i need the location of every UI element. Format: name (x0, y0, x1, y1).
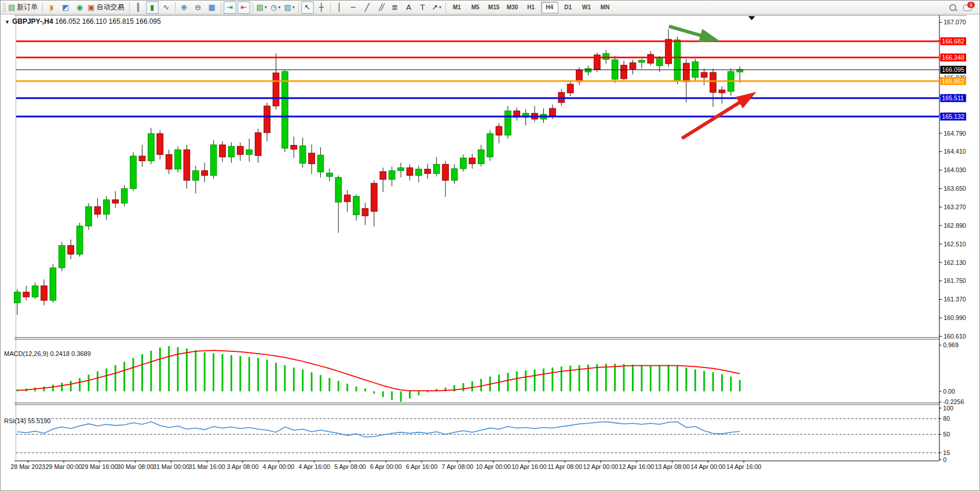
fibo-icon: ≣ (392, 3, 398, 11)
candles-icon: ▮ (150, 3, 154, 11)
macd-tick-label: 0.969 (943, 341, 959, 348)
toolbar-separator (175, 2, 175, 13)
fibonacci-button[interactable]: ≣ (389, 1, 401, 14)
trading-platform-window: ▤新订单◗◩◉▣自动交易║▮∿⊕⊖▦⇥⇤▤◷▧↖┼│─╱╱╱≣AT↗M1M5M1… (0, 0, 980, 491)
vline-icon: │ (337, 3, 342, 11)
zoom-in-icon: ⊕ (181, 3, 187, 11)
svg-text:165.132: 165.132 (942, 113, 964, 120)
toolbar-separator (42, 2, 43, 13)
green-arrow[interactable] (669, 26, 710, 38)
arrows-icon: ↗ (432, 3, 438, 11)
megaphone-button[interactable]: ◗ (45, 1, 58, 14)
cursor-button[interactable]: ↖ (301, 1, 314, 14)
time-tick-label: 12 Apr 16:00 (619, 463, 654, 470)
time-tick-label: 4 Apr 00:00 (263, 463, 295, 470)
periods-button[interactable]: ◷ (269, 1, 282, 14)
toolbar-separator (298, 2, 299, 13)
rsi-tick-label: 50 (943, 431, 950, 438)
collapse-panel-icon[interactable]: ▼ (5, 19, 10, 25)
svg-text:166.348: 166.348 (942, 54, 964, 61)
crosshair-button[interactable]: ┼ (315, 1, 328, 14)
new-chart-icon: ▤ (256, 3, 263, 11)
zoom-in-button[interactable]: ⊕ (178, 1, 191, 14)
price-tick-label: 163.270 (944, 203, 966, 210)
toolbar-separator (129, 2, 130, 13)
rsi-tick-label: 15 (943, 449, 950, 456)
autotrading-icon: ▣ (87, 3, 94, 11)
price-tick-label: 164.030 (944, 166, 966, 173)
quote-high: 166.110 (82, 17, 107, 26)
line-chart-button[interactable]: ∿ (160, 1, 173, 14)
channel-icon: ╱╱ (379, 4, 383, 10)
rsi-tick-label: 80 (943, 415, 950, 422)
new-order-button[interactable]: ▤新订单 (8, 1, 40, 14)
toolbar-separator (330, 2, 331, 13)
price-tick-label: 167.070 (944, 19, 966, 26)
price-tick-label: 160.610 (944, 333, 966, 340)
macd-label: MACD(12,26,9) 0.2418 0.3689 (4, 350, 91, 357)
trendline-button[interactable]: ╱ (361, 1, 374, 14)
candlestick-button[interactable]: ▮ (146, 1, 159, 14)
rsi-pane: 1008050150 (16, 405, 953, 463)
zoom-out-button[interactable]: ⊖ (192, 1, 204, 14)
trendline-icon: ╱ (365, 3, 370, 11)
notifications-icon[interactable]: 1 (963, 3, 972, 11)
chart-shift-marker (748, 16, 755, 20)
tile-icon: ▦ (208, 3, 215, 11)
vertical-line-button[interactable]: │ (333, 1, 346, 14)
time-tick-label: 30 Mar 08:00 (117, 463, 153, 470)
chart-shift-button[interactable]: ⇤ (237, 1, 250, 14)
tile-windows-button[interactable]: ▦ (206, 1, 218, 14)
search-icon[interactable] (949, 4, 956, 11)
text-label-button[interactable]: T (416, 1, 429, 14)
price-tick-label: 163.650 (944, 185, 966, 192)
timeframe-h4[interactable]: H4 (541, 2, 558, 13)
timeframe-m5[interactable]: M5 (467, 2, 484, 13)
time-tick-label: 14 Apr 00:00 (690, 463, 726, 470)
bar-chart-button[interactable]: ║ (132, 1, 145, 14)
new-order-icon: ▤ (8, 3, 15, 11)
horizontal-line-button[interactable]: ─ (347, 1, 360, 14)
timeframe-mn[interactable]: MN (597, 2, 614, 13)
hline-icon: ─ (351, 3, 356, 11)
autotrading-button[interactable]: ▣自动交易 (87, 1, 126, 14)
arrows-button[interactable]: ↗ (430, 1, 443, 14)
equidistant-channel-button[interactable]: ╱╱ (375, 1, 387, 14)
timeframe-m1[interactable]: M1 (448, 2, 466, 13)
clock-icon: ◷ (270, 3, 277, 11)
time-axis: 28 Mar 202329 Mar 00:0029 Mar 16:0030 Ma… (10, 461, 761, 471)
templates-button[interactable]: ▧ (283, 1, 296, 14)
timeframe-d1[interactable]: D1 (560, 2, 577, 13)
market-watch-button[interactable]: ◩ (59, 1, 72, 14)
text-icon: A (406, 3, 411, 11)
macd-tick-label: 0.00 (943, 388, 955, 395)
time-tick-label: 31 Mar 16:00 (189, 463, 225, 470)
rsi-tick-label: 100 (943, 405, 953, 412)
price-tick-label: 162.130 (944, 259, 966, 266)
template-icon: ▧ (284, 3, 291, 11)
macd-signal-line (17, 350, 740, 391)
new-chart-button[interactable]: ▤ (255, 1, 268, 14)
time-tick-label: 6 Apr 00:00 (370, 463, 402, 470)
time-tick-label: 13 Apr 08:00 (654, 463, 690, 470)
time-tick-label: 31 Mar 00:00 (153, 463, 189, 470)
timeframe-h1[interactable]: H1 (522, 2, 540, 13)
svg-text:165.862: 165.862 (942, 78, 964, 85)
red-arrow[interactable] (682, 97, 748, 139)
zoom-out-icon: ⊖ (195, 3, 201, 11)
signals-button[interactable]: ◉ (73, 1, 86, 14)
auto-scroll-button[interactable]: ⇥ (224, 1, 236, 14)
timeframe-w1[interactable]: W1 (578, 2, 595, 13)
svg-text:166.095: 166.095 (942, 66, 964, 73)
timeframe-m15[interactable]: M15 (485, 2, 503, 13)
toolbar-grip[interactable] (3, 3, 6, 12)
timeframe-m30[interactable]: M30 (504, 2, 521, 13)
chart-title: ▼GBPJPY-,H4 166.052 166.110 165.815 166.… (5, 17, 161, 26)
text-button[interactable]: A (403, 1, 415, 14)
time-tick-label: 29 Mar 00:00 (46, 463, 82, 470)
toolbar-separator (445, 2, 446, 13)
price-tick-label: 160.990 (944, 314, 966, 321)
svg-text:165.511: 165.511 (942, 94, 964, 101)
price-tick-label: 164.410 (944, 148, 966, 155)
chart-canvas[interactable]: 167.070166.690166.310165.930165.550165.1… (1, 14, 980, 491)
